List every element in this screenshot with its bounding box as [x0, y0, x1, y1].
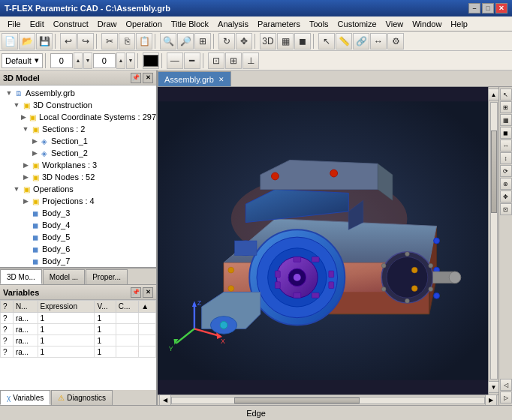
spin-up-1[interactable]: ▲	[74, 52, 83, 69]
tree-item-section2[interactable]: ▶ ◈ Section_2	[0, 147, 156, 159]
col-header-sort[interactable]: ▲	[139, 301, 156, 313]
rt-btn-2[interactable]: ⊞	[500, 101, 512, 113]
rt-btn-5[interactable]: ↔	[500, 140, 512, 152]
tree-area[interactable]: ▼ 🗎 Assembly.grb ▼ ▣ 3D Construction ▶ ▣…	[0, 86, 156, 267]
toggle-lcs[interactable]: ▶	[20, 112, 28, 122]
doc-tab-assembly[interactable]: Assembly.grb ✕	[158, 71, 231, 86]
select-button[interactable]: ↖	[318, 33, 335, 50]
open-button[interactable]: 📂	[19, 33, 35, 50]
save-button[interactable]: 💾	[36, 33, 53, 50]
menu-operation[interactable]: Operation	[121, 18, 166, 30]
col-header-n[interactable]: N...	[13, 301, 38, 313]
toggle-wp[interactable]: ▶	[21, 160, 30, 170]
measure-button[interactable]: 📏	[336, 33, 352, 50]
menu-window[interactable]: Window	[408, 18, 446, 30]
rt-btn-10[interactable]: ⊡	[500, 203, 512, 215]
cell-expr-4[interactable]: 1	[38, 346, 95, 358]
zoom-out-button[interactable]: 🔎	[177, 33, 194, 50]
tree-item-workplanes[interactable]: ▶ ▣ Workplanes : 3	[0, 159, 156, 171]
doc-tab-close-btn[interactable]: ✕	[218, 76, 224, 83]
3d-button[interactable]: 3D	[260, 33, 276, 50]
tab-3dmodel[interactable]: 3D Mo...	[0, 269, 42, 284]
cut-button[interactable]: ✂	[101, 33, 118, 50]
rt-btn-8[interactable]: ⊛	[500, 178, 512, 190]
vscroll-down-btn[interactable]: ▼	[488, 381, 499, 393]
vscroll-thumb[interactable]	[491, 130, 497, 213]
panel-close-btn[interactable]: ✕	[143, 73, 153, 83]
paste-button[interactable]: 📋	[136, 33, 152, 50]
color-picker[interactable]	[143, 52, 159, 69]
line-type-btn[interactable]: —	[167, 52, 183, 69]
toggle-sec1[interactable]: ▶	[30, 136, 39, 146]
col-header-q[interactable]: ?	[1, 301, 14, 313]
panel-pin-btn[interactable]: 📌	[131, 73, 141, 83]
vscroll-up-btn[interactable]: ▲	[488, 88, 499, 100]
layer-dropdown[interactable]: Default ▾	[2, 53, 43, 68]
cell-expr-2[interactable]: 1	[38, 324, 95, 335]
tree-item-projections[interactable]: ▶ ▣ Projections : 4	[0, 195, 156, 207]
col-header-c[interactable]: C...	[116, 301, 138, 313]
tree-item-body7[interactable]: ◼ Body_7	[0, 255, 156, 267]
tree-item-body6[interactable]: ◼ Body_6	[0, 243, 156, 255]
rt-btn-bottom-1[interactable]: ◁	[500, 379, 512, 391]
spin-up-2[interactable]: ▲	[116, 52, 125, 69]
menu-tools[interactable]: Tools	[305, 18, 333, 30]
spin-dn-1[interactable]: ▼	[83, 52, 92, 69]
menu-draw[interactable]: Draw	[93, 18, 122, 30]
vertical-scrollbar[interactable]: ▲ ▼	[488, 87, 498, 394]
tree-item-sections[interactable]: ▼ ▣ Sections : 2	[0, 123, 156, 135]
rotate-button[interactable]: ↻	[218, 33, 235, 50]
tab-diagnostics[interactable]: ⚠ Diagnostics	[51, 390, 113, 405]
vars-close-btn[interactable]: ✕	[143, 287, 153, 298]
cell-expr-3[interactable]: 1	[38, 335, 95, 346]
tree-item-3dconstruct[interactable]: ▼ ▣ 3D Construction	[0, 99, 156, 111]
tree-item-body3[interactable]: ◼ Body_3	[0, 207, 156, 219]
maximize-button[interactable]: □	[482, 3, 494, 14]
minimize-button[interactable]: –	[468, 3, 480, 14]
cell-expr-1[interactable]: 1	[38, 313, 95, 324]
col-header-v[interactable]: V...	[95, 301, 116, 313]
grid-btn[interactable]: ⊞	[225, 52, 242, 69]
col-header-expr[interactable]: Expression	[38, 301, 95, 313]
hscroll-track[interactable]	[171, 397, 485, 404]
hscroll-right-btn[interactable]: ▶	[485, 394, 497, 406]
tree-item-section1[interactable]: ▶ ◈ Section_1	[0, 135, 156, 147]
shade-button[interactable]: ◼	[294, 33, 311, 50]
ortho-btn[interactable]: ⊥	[242, 52, 259, 69]
menu-titleblock[interactable]: Title Block	[167, 18, 213, 30]
close-button[interactable]: ✕	[495, 3, 507, 14]
toggle-3dconstruct[interactable]: ▼	[12, 100, 21, 110]
vars-pin-btn[interactable]: 📌	[131, 287, 141, 298]
tab-model[interactable]: Model ...	[43, 269, 85, 284]
tab-properties[interactable]: Proper...	[86, 269, 128, 284]
menu-construct[interactable]: Construct	[49, 18, 93, 30]
toggle-3dn[interactable]: ▶	[21, 172, 30, 182]
rt-btn-9[interactable]: ✥	[500, 190, 512, 202]
rt-btn-7[interactable]: ⟳	[500, 165, 512, 177]
horizontal-scrollbar[interactable]: ◀ ▶	[158, 394, 498, 405]
tree-item-body4[interactable]: ◼ Body_4	[0, 219, 156, 231]
constraint-button[interactable]: 🔗	[353, 33, 369, 50]
tab-variables[interactable]: χ Variables	[0, 390, 50, 405]
rt-btn-bottom-2[interactable]: ▷	[500, 392, 512, 404]
redo-button[interactable]: ↪	[77, 33, 94, 50]
hscroll-thumb[interactable]	[234, 398, 359, 404]
menu-analysis[interactable]: Analysis	[213, 18, 253, 30]
toggle-proj[interactable]: ▶	[21, 196, 30, 206]
copy-button[interactable]: ⎘	[119, 33, 135, 50]
menu-parameters[interactable]: Parameters	[253, 18, 305, 30]
line-width-btn[interactable]: ━	[184, 52, 200, 69]
menu-help[interactable]: Help	[446, 18, 472, 30]
rt-btn-6[interactable]: ↕	[500, 152, 512, 164]
toggle-sections[interactable]: ▼	[21, 124, 30, 134]
3d-viewport[interactable]: Z X Y	[158, 87, 488, 394]
toggle-assembly[interactable]: ▼	[5, 88, 14, 98]
dim-button[interactable]: ↔	[370, 33, 387, 50]
rt-btn-1[interactable]: ↖	[500, 88, 512, 100]
zoom-in-button[interactable]: 🔍	[160, 33, 176, 50]
pan-button[interactable]: ✥	[236, 33, 252, 50]
menu-file[interactable]: File	[3, 18, 26, 30]
tree-item-3dnodes[interactable]: ▶ ▣ 3D Nodes : 52	[0, 171, 156, 183]
fit-button[interactable]: ⊞	[194, 33, 211, 50]
undo-button[interactable]: ↩	[60, 33, 77, 50]
